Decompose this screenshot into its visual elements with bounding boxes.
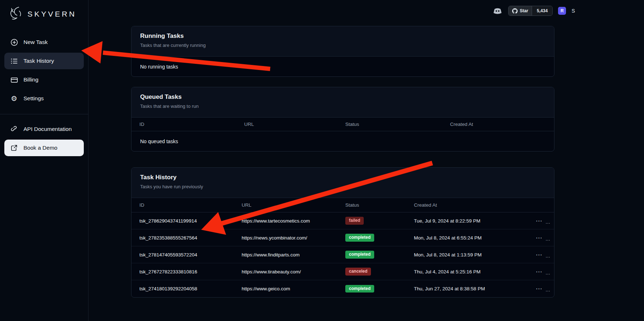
- task-url-cell: https://news.ycombinator.com/: [242, 235, 345, 241]
- table-row[interactable]: tsk_278629043741199914 https://www.tarte…: [131, 212, 554, 229]
- sidebar-item-book-a-demo[interactable]: Book a Demo: [4, 140, 84, 156]
- sidebar-item-label: Billing: [23, 76, 38, 83]
- external-link-icon: [10, 144, 18, 152]
- main-content: Running Tasks Tasks that are currently r…: [88, 0, 644, 298]
- status-badge: completed: [345, 285, 374, 293]
- task-id-cell[interactable]: tsk_278629043741199914: [139, 218, 242, 224]
- table-row[interactable]: tsk_276727822333810816 https://www.tirab…: [131, 263, 554, 280]
- plus-circle-icon: [10, 38, 18, 46]
- sidebar-item-label: Book a Demo: [23, 145, 57, 151]
- column-header-created-at: Created At: [414, 202, 533, 208]
- link-icon: [10, 125, 18, 133]
- card-subtitle: Tasks that are currently running: [140, 43, 545, 48]
- task-history-rows: tsk_278629043741199914 https://www.tarte…: [131, 212, 554, 297]
- row-actions-button[interactable]: ···: [533, 250, 545, 259]
- avatar[interactable]: R: [558, 7, 566, 15]
- row-actions-button[interactable]: ···: [533, 216, 545, 225]
- sidebar-item-api-documentation[interactable]: API Documentation: [4, 121, 84, 137]
- row-actions-button[interactable]: ···: [533, 284, 545, 293]
- row-actions-button[interactable]: ···: [533, 267, 545, 276]
- sidebar-item-task-history[interactable]: Task History: [4, 53, 84, 69]
- column-header-created-at: Created At: [450, 122, 554, 127]
- github-star-count[interactable]: 5,434: [532, 6, 552, 16]
- card-title: Task History: [140, 174, 545, 181]
- list-icon: [10, 57, 18, 65]
- column-header-status: Status: [345, 202, 414, 208]
- task-created-cell: Mon, Jul 8, 2024 at 1:13:59 PM: [414, 252, 533, 258]
- status-badge: failed: [345, 217, 364, 225]
- task-url-cell: https://www.finditparts.com: [242, 252, 345, 258]
- sidebar-item-label: API Documentation: [23, 126, 72, 132]
- table-row[interactable]: tsk_274180139292204058 https://www.geico…: [131, 280, 554, 297]
- card-title: Running Tasks: [140, 32, 545, 40]
- task-url-cell: https://www.geico.com: [242, 286, 345, 291]
- column-header-id: ID: [139, 202, 242, 208]
- queued-tasks-card: Queued Tasks Tasks that are waiting to r…: [131, 87, 554, 151]
- task-url-cell: https://www.tirabeauty.com/: [242, 269, 345, 274]
- column-header-status: Status: [345, 122, 450, 127]
- sidebar-nav: New Task Task History Billing ⚙ Settings: [0, 34, 88, 156]
- sidebar-item-label: Settings: [23, 95, 44, 102]
- task-url-cell: https://www.tartecosmetics.com: [242, 218, 345, 224]
- task-created-cell: Thu, Jul 4, 2024 at 5:25:16 PM: [414, 269, 533, 274]
- sidebar: SKYVERN New Task Task History: [0, 0, 88, 321]
- topbar: Star 5,434 R S: [493, 6, 575, 16]
- queued-tasks-empty: No queued tasks: [131, 131, 554, 151]
- running-tasks-empty: No running tasks: [131, 57, 554, 76]
- card-title: Queued Tasks: [140, 93, 545, 101]
- task-history-card: Task History Tasks you have run previous…: [131, 167, 554, 298]
- sidebar-item-billing[interactable]: Billing: [4, 71, 84, 88]
- task-id-cell[interactable]: tsk_274180139292204058: [139, 286, 242, 291]
- task-id-cell[interactable]: tsk_276727822333810816: [139, 269, 242, 274]
- task-id-cell[interactable]: tsk_278147405593572204: [139, 252, 242, 258]
- running-tasks-card: Running Tasks Tasks that are currently r…: [131, 26, 554, 77]
- github-star-widget[interactable]: Star 5,434: [508, 6, 553, 16]
- skyvern-logo-icon: [8, 6, 24, 22]
- gear-icon: ⚙: [10, 94, 18, 102]
- sidebar-item-label: Task History: [23, 58, 54, 64]
- status-badge: completed: [345, 251, 374, 259]
- row-actions-button[interactable]: ···: [533, 233, 545, 242]
- card-subtitle: Tasks you have run previously: [140, 184, 545, 189]
- task-created-cell: Tue, Jul 9, 2024 at 8:22:59 PM: [414, 218, 533, 224]
- credit-card-icon: [10, 76, 18, 84]
- table-row[interactable]: tsk_278147405593572204 https://www.findi…: [131, 246, 554, 263]
- queued-tasks-header: Queued Tasks Tasks that are waiting to r…: [131, 87, 554, 118]
- sidebar-item-label: New Task: [23, 39, 48, 45]
- task-created-cell: Thu, Jun 27, 2024 at 8:38:58 PM: [414, 286, 533, 291]
- column-header-url: URL: [242, 202, 345, 208]
- task-id-cell[interactable]: tsk_278235388555267564: [139, 235, 242, 241]
- task-history-header: Task History Tasks you have run previous…: [131, 168, 554, 198]
- task-history-table-header: ID URL Status Created At: [131, 198, 554, 212]
- table-row[interactable]: tsk_278235388555267564 https://news.ycom…: [131, 229, 554, 246]
- card-subtitle: Tasks that are waiting to run: [140, 104, 545, 109]
- username-partial[interactable]: S: [571, 8, 575, 14]
- github-star-label: Star: [520, 8, 528, 13]
- running-tasks-header: Running Tasks Tasks that are currently r…: [131, 26, 554, 57]
- column-header-id: ID: [139, 122, 244, 127]
- brand: SKYVERN: [0, 0, 88, 26]
- task-created-cell: Mon, Jul 8, 2024 at 6:55:24 PM: [414, 235, 533, 241]
- brand-name: SKYVERN: [27, 10, 76, 18]
- sidebar-item-settings[interactable]: ⚙ Settings: [4, 90, 84, 107]
- status-badge: canceled: [345, 268, 371, 276]
- queued-table-header: ID URL Status Created At: [131, 118, 554, 131]
- status-badge: completed: [345, 234, 374, 242]
- github-icon: [512, 8, 518, 14]
- column-header-url: URL: [244, 122, 345, 127]
- github-star-button[interactable]: Star: [509, 6, 532, 16]
- sidebar-divider: [0, 114, 88, 114]
- sidebar-item-new-task[interactable]: New Task: [4, 34, 84, 50]
- discord-icon[interactable]: [493, 7, 503, 15]
